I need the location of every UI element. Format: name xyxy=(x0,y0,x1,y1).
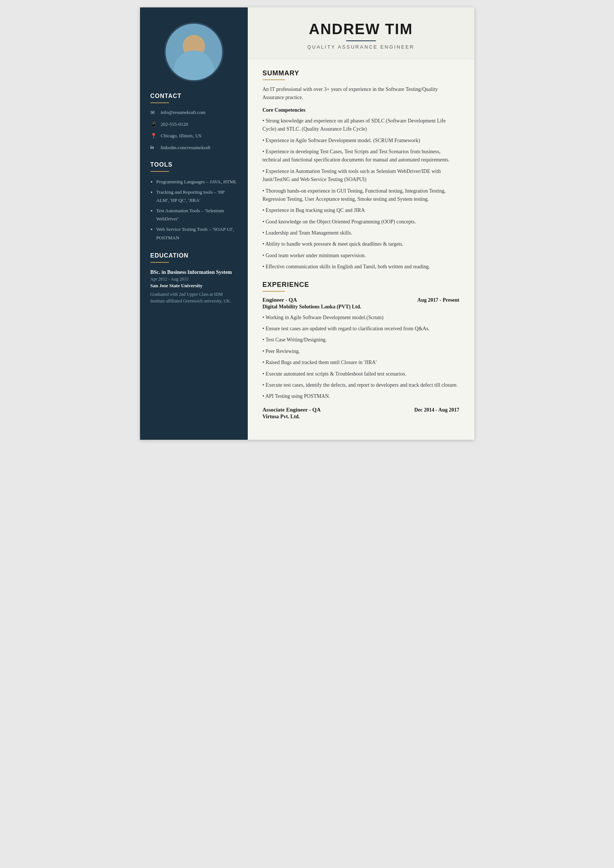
competency-2: Experience in Agile Software Development… xyxy=(263,136,460,145)
header-divider xyxy=(346,40,376,41)
exp1-bullet-8: API Testing using POSTMAN. xyxy=(263,392,460,400)
exp1-header: Engineer - QA Aug 2017 - Present xyxy=(263,297,460,303)
candidate-name: ANDREW TIM xyxy=(263,21,460,37)
exp1-bullet-2: Ensure test cases are updated with regar… xyxy=(263,325,460,333)
tools-divider xyxy=(151,171,169,172)
experience-title: EXPERIENCE xyxy=(263,281,460,289)
contact-section: CONTACT ✉ info@resumekraft.com 📱 202-555… xyxy=(151,93,237,151)
header: ANDREW TIM QUALITY ASSURANCE ENGINEER xyxy=(248,8,474,59)
sidebar: CONTACT ✉ info@resumekraft.com 📱 202-555… xyxy=(140,8,248,440)
summary-title: SUMMARY xyxy=(263,70,460,77)
tool-item-2: Tracking and Reporting tools – 'HP ALM',… xyxy=(156,188,237,205)
location-icon: 📍 xyxy=(151,132,157,140)
contact-linkedin[interactable]: in linkedin.com/resumekraft xyxy=(151,144,237,151)
competencies-title: Core Competencies xyxy=(263,107,460,113)
exp2-header: Associate Engineer - QA Dec 2014 - Aug 2… xyxy=(263,407,460,413)
edu-desc: Graduated with 2nd Upper Class at IDM In… xyxy=(151,291,237,304)
exp1-title: Engineer - QA xyxy=(263,297,297,303)
exp1-bullet-6: Execute automated test scripts & Trouble… xyxy=(263,370,460,378)
resume-container: CONTACT ✉ info@resumekraft.com 📱 202-555… xyxy=(140,8,474,440)
exp1-bullet-3: Test Case Writing/Designing. xyxy=(263,336,460,344)
competency-8: Leadership and Team Management skills. xyxy=(263,229,460,237)
phone-icon: 📱 xyxy=(151,121,157,129)
exp2-container: Associate Engineer - QA Dec 2014 - Aug 2… xyxy=(263,407,460,420)
edu-school: San Jose State University xyxy=(151,283,237,289)
summary-divider xyxy=(263,79,285,80)
competency-3: Experience in developing Test Cases, Tes… xyxy=(263,148,460,164)
summary-section: SUMMARY An IT professional with over 3+ … xyxy=(263,70,460,271)
edu-degree: BSc. in Business Information System xyxy=(151,269,237,276)
competency-9: Ability to handle work pressure & meet q… xyxy=(263,240,460,248)
tools-section: TOOLS Programming Languages – JAVA, HTML… xyxy=(151,161,237,242)
education-title: EDUCATION xyxy=(151,252,237,259)
exp1-bullet-1: Working in Agile Software Development mo… xyxy=(263,313,460,322)
sidebar-content: CONTACT ✉ info@resumekraft.com 📱 202-555… xyxy=(140,93,248,315)
tool-item-3: Test Automation Tools – 'Selenium WebDri… xyxy=(156,207,237,223)
candidate-title: QUALITY ASSURANCE ENGINEER xyxy=(263,44,460,50)
tool-item-4: Web Service Testing Tools – 'SOAP UI', P… xyxy=(156,225,237,242)
experience-section: EXPERIENCE Engineer - QA Aug 2017 - Pres… xyxy=(263,281,460,420)
competency-10: Good team worker under minimum supervisi… xyxy=(263,252,460,260)
contact-divider xyxy=(151,102,169,103)
contact-location: 📍 Chicago, Illinois, US xyxy=(151,132,237,140)
tools-list: Programming Languages – JAVA, HTML Track… xyxy=(151,178,237,242)
linkedin-icon: in xyxy=(151,144,157,151)
exp1-company: Digital Mobility Solutions Lanka (PVT) L… xyxy=(263,304,460,310)
competency-7: Good knowledge on the Object Oriented Pr… xyxy=(263,218,460,226)
competency-1: Strong knowledge and experience on all p… xyxy=(263,117,460,133)
exp1-bullet-7: Execute test cases, identify the defects… xyxy=(263,381,460,389)
avatar xyxy=(164,22,224,82)
exp1-date: Aug 2017 - Present xyxy=(418,297,460,303)
email-icon: ✉ xyxy=(151,109,157,116)
resume-body: SUMMARY An IT professional with over 3+ … xyxy=(248,59,474,440)
experience-divider xyxy=(263,291,285,292)
exp2-date: Dec 2014 - Aug 2017 xyxy=(414,407,459,413)
tools-title: TOOLS xyxy=(151,161,237,168)
contact-title: CONTACT xyxy=(151,93,237,99)
tool-item-1: Programming Languages – JAVA, HTML xyxy=(156,178,237,186)
education-section: EDUCATION BSc. in Business Information S… xyxy=(151,252,237,305)
competency-11: Effective communication skills in Englis… xyxy=(263,263,460,271)
contact-phone: 📱 202-555-0120 xyxy=(151,121,237,129)
competency-4: Experience in Automation Testing with to… xyxy=(263,167,460,184)
summary-text: An IT professional with over 3+ years of… xyxy=(263,85,460,102)
exp2-title: Associate Engineer - QA xyxy=(263,407,321,413)
competency-6: Experience in Bug tracking using QC and … xyxy=(263,206,460,214)
competency-5: Thorough hands-on experience in GUI Test… xyxy=(263,187,460,204)
education-divider xyxy=(151,262,169,263)
exp1-bullet-5: Raised Bugs and tracked them until Closu… xyxy=(263,358,460,367)
contact-email: ✉ info@resumekraft.com xyxy=(151,109,237,116)
exp2-company: Virtusa Pvt. Ltd. xyxy=(263,414,460,420)
exp1-bullet-4: Peer Reviewing. xyxy=(263,347,460,355)
edu-date: Apr 2012 - Aug 2015 xyxy=(151,276,237,282)
main-content: ANDREW TIM QUALITY ASSURANCE ENGINEER SU… xyxy=(248,8,474,440)
